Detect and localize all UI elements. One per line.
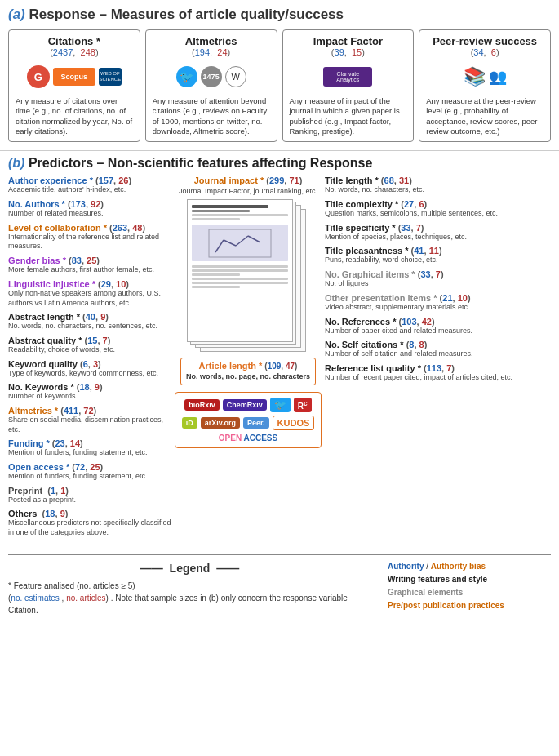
tl-n1: 68 [384, 176, 394, 185]
pred-keyword-quality: Keyword quality (6, 3) Type of keywords,… [8, 359, 171, 379]
section-b: (b) Predictors – Non-scientific features… [0, 151, 559, 548]
metric-impact-nums: (39, 15) [331, 47, 365, 57]
op-n2: 10 [458, 293, 468, 303]
section-b-text: Predictors – Non-scientific features aff… [29, 156, 372, 170]
funding-desc: Mention of funders, funding statement, e… [8, 448, 171, 458]
am-n2: 72 [83, 406, 93, 416]
pred-no-keywords: No. Keywords * (18, 9) Number of keyword… [8, 382, 171, 402]
people-icon: 👥 [489, 68, 507, 86]
svg-rect-0 [209, 229, 271, 257]
nr-n1: 103 [402, 317, 416, 327]
no-authors-desc: Number of related measures. [8, 209, 171, 219]
peer-icons: 📚 👥 [464, 64, 507, 90]
metric-altmetrics-nums: (194, 24) [192, 47, 230, 57]
legend-title: —— Legend —— [8, 560, 371, 577]
biorxiv-badge: bioRxiv [184, 399, 220, 411]
abstract-length-desc: No. words, no. characters, no. sentences… [8, 322, 171, 331]
prepub-practices-label: Pre/post publication practices [388, 599, 551, 612]
paper-front [187, 199, 293, 342]
legend-no-articles: no. articles [66, 594, 105, 603]
metric-peer-nums: (34, 6) [471, 47, 499, 57]
title-specificity-title: Title specificity * (33, 7) [325, 223, 551, 233]
preprint-title: Preprint (1, 1) [8, 486, 171, 496]
impact-desc: Any measure of impact of the journal in … [290, 96, 407, 136]
tc-n1: 27 [404, 199, 414, 209]
rlq-n2: 7 [446, 363, 451, 373]
pred-level-collaboration: Level of collaboration * (263, 48) Inter… [8, 223, 171, 251]
article-length-desc: No. words, no. page, no. characters [186, 372, 310, 382]
legend-note-nums: (no. estimates , no. articles) . Note th… [8, 592, 371, 616]
funding-title: Funding * (23, 14) [8, 438, 171, 448]
pred-title-specificity: Title specificity * (33, 7) Mention of s… [325, 223, 551, 242]
pred-title-complexity: Title complexity * (27, 6) Question mark… [325, 199, 551, 219]
no-graphical-title: No. Graphical items * (33, 7) [325, 269, 551, 279]
linguistic-title: Linguistic injustice * (29, 10) [8, 279, 171, 289]
paper-line-6 [192, 278, 288, 280]
predictors-layout: Author experience * (157, 26) Academic t… [8, 176, 551, 541]
keyword-quality-desc: Type of keywords, keyword commonness, et… [8, 369, 171, 379]
al-n1: 40 [86, 312, 95, 322]
pred-preprint: Preprint (1, 1) Posted as a preprint. [8, 486, 171, 505]
journal-impact-title: Journal impact * (299, 71) [179, 176, 317, 185]
metric-citations: Citations * (2437, 248) G Scopus WEB OF … [8, 29, 140, 142]
paper-stack [187, 199, 309, 354]
title-specificity-desc: Mention of species, places, techniques, … [325, 233, 551, 242]
na-n2: 92 [91, 199, 100, 209]
op-n1: 21 [442, 293, 452, 303]
kq-n1: 6 [83, 359, 88, 369]
pred-abstract-length: Abstract length * (40, 9) No. words, no.… [8, 312, 171, 331]
altmetrics-pred-title: Altmetrics * (411, 72) [8, 406, 171, 416]
keyword-quality-title: Keyword quality (6, 3) [8, 359, 171, 369]
pred-title-length: Title length * (68, 31) No. words, no. c… [325, 176, 551, 195]
title-length-desc: No. words, no. characters, etc. [325, 185, 551, 195]
other-presentation-title: Other presentation items * (21, 10) [325, 293, 551, 303]
wikipedia-icon: W [225, 66, 246, 87]
clarivate-icon: ClarivateAnalytics [323, 67, 372, 87]
google-scholar-icon: G [27, 65, 50, 88]
title-complexity-title: Title complexity * (27, 6) [325, 199, 551, 209]
arxiv-badge: arXiv.org [201, 417, 240, 429]
book-icon: 📚 [464, 66, 486, 87]
tp-n1: 41 [414, 246, 424, 256]
legend-left: —— Legend —— * Feature analised (no. art… [8, 560, 371, 616]
pred-gender-bias: Gender bias * (83, 25) More female autho… [8, 256, 171, 275]
lc-n1: 263 [113, 223, 127, 233]
section-a-text: Response – Measures of article quality/s… [29, 7, 344, 22]
ng-n2: 7 [436, 269, 441, 279]
orcid-badge: iD [182, 417, 197, 429]
peer-desc: Any measure at the peer-review level (e.… [426, 96, 543, 136]
paper-content [188, 200, 292, 293]
paper-line-3 [192, 265, 288, 268]
collaboration-desc: Internationality of the reference list a… [8, 233, 171, 251]
article-length-title: Article length * [199, 361, 265, 371]
pred-no-references: No. References * (103, 42) Number of pap… [325, 317, 551, 336]
legend-authority-line: Authority / Authority bias [388, 560, 551, 573]
fn-n1: 23 [55, 438, 64, 448]
title-length-title: Title length * (68, 31) [325, 176, 551, 185]
citations-desc: Any measure of citations over time (e.g.… [16, 96, 133, 136]
oa-n2: 25 [90, 462, 100, 472]
author-experience-title: Author experience * (157, 26) [8, 176, 171, 185]
metric-citations-title: Citations * [48, 35, 100, 47]
metric-altmetrics: Altmetrics (194, 24) 🐦 1475 W Any measur… [145, 29, 277, 142]
no-keywords-desc: Number of keywords. [8, 392, 171, 402]
paper-line-2 [192, 218, 240, 220]
impact-n2: 15 [352, 47, 362, 57]
pred-no-graphical: No. Graphical items * (33, 7) No. of fig… [325, 269, 551, 289]
no-references-title: No. References * (103, 42) [325, 317, 551, 327]
legend-no-estimates: no. estimates [11, 594, 59, 603]
li-n2: 10 [116, 279, 126, 289]
title-pleasantness-title: Title pleasantness * (41, 11) [325, 246, 551, 256]
faculty1000-icon: 1475 [201, 66, 222, 87]
pred-altmetrics: Altmetrics * (411, 72) Share on social m… [8, 406, 171, 434]
paper-line-8 [192, 286, 240, 288]
wos-icon: WEB OF SCIENCE [99, 68, 122, 86]
title-pleasantness-desc: Puns, readability, word choice, etc. [325, 256, 551, 265]
abstract-quality-desc: Readability, choice of words, etc. [8, 345, 171, 355]
open-access-desc: Mention of funders, funding statement, e… [8, 472, 171, 482]
pred-title-pleasantness: Title pleasantness * (41, 11) Puns, read… [325, 246, 551, 265]
article-length-box: Article length * (109, 47) No. words, no… [180, 358, 316, 385]
gender-bias-title: Gender bias * (83, 25) [8, 256, 171, 265]
tc-n2: 6 [419, 199, 424, 209]
pred-open-access: Open access * (72, 25) Mention of funder… [8, 462, 171, 482]
